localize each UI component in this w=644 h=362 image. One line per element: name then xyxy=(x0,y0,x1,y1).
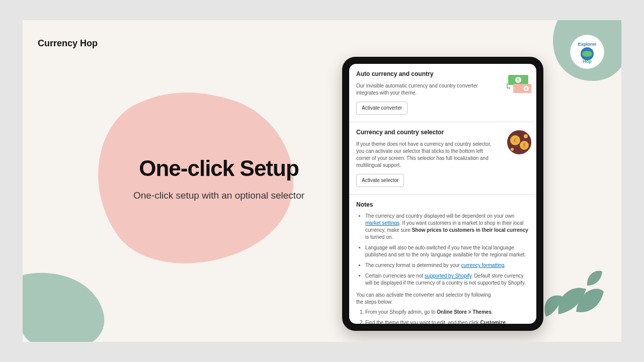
note-item: Language will also be auto-switched if y… xyxy=(365,244,529,258)
notes-list: The currency and country displayed will … xyxy=(356,213,529,287)
supported-by-shopify-link[interactable]: supported by Shopify xyxy=(425,273,471,279)
promo-frame: Currency Hop Explorer Hop One-click Setu… xyxy=(23,20,621,342)
note-item: Certain currencies are not supported by … xyxy=(365,273,529,287)
panel1-desc: Our invisible automatic currency and cou… xyxy=(356,82,492,97)
activate-converter-button[interactable]: Activate converter xyxy=(356,102,408,115)
note-item: The currency format is determined by you… xyxy=(365,262,529,269)
svg-text:€: € xyxy=(525,86,528,91)
brand-title: Currency Hop xyxy=(38,38,98,49)
steps-list: From your Shopify admin, go to Online St… xyxy=(356,309,529,324)
panel-auto-currency: Auto currency and country Our invisible … xyxy=(349,64,536,122)
panel-selector: Currency and country selector If your th… xyxy=(349,122,536,195)
svg-text:Hop: Hop xyxy=(583,59,592,64)
panel1-title: Auto currency and country xyxy=(356,70,529,78)
svg-text:Explorer: Explorer xyxy=(578,42,597,47)
hero-area: One-click Setup One-click setup with an … xyxy=(113,156,325,201)
panel2-desc: If your theme does not have a currency a… xyxy=(356,141,492,169)
note-item: The currency and country displayed will … xyxy=(365,213,529,241)
selector-coins-icon: € $ xyxy=(506,129,532,155)
currency-converter-icon: $ € xyxy=(506,74,532,94)
notes-title: Notes xyxy=(356,201,529,209)
blob-bottom-left xyxy=(23,261,113,342)
svg-text:$: $ xyxy=(517,77,519,82)
currency-formatting-link[interactable]: currency formatting xyxy=(461,262,505,268)
step-item: Find the theme that you want to edit, an… xyxy=(365,319,529,324)
step-item: From your Shopify admin, go to Online St… xyxy=(365,309,529,316)
svg-point-14 xyxy=(524,134,528,138)
explorer-hop-logo: Explorer Hop xyxy=(571,35,604,68)
market-settings-link[interactable]: market settings xyxy=(365,220,399,226)
svg-text:€: € xyxy=(514,137,517,143)
hero-subhead: One-click setup with an optional selecto… xyxy=(113,190,325,201)
tablet-device: Auto currency and country Our invisible … xyxy=(342,57,543,331)
panel-notes: Notes The currency and country displayed… xyxy=(349,195,536,324)
panel2-title: Currency and country selector xyxy=(356,128,529,137)
leaf-cluster-icon xyxy=(536,261,606,322)
svg-point-15 xyxy=(511,148,514,151)
notes-followup: You can also activate the converter and … xyxy=(356,292,492,306)
activate-selector-button[interactable]: Activate selector xyxy=(356,174,404,187)
tablet-screen: Auto currency and country Our invisible … xyxy=(349,64,536,324)
svg-text:$: $ xyxy=(523,143,526,148)
hero-headline: One-click Setup xyxy=(113,156,325,181)
